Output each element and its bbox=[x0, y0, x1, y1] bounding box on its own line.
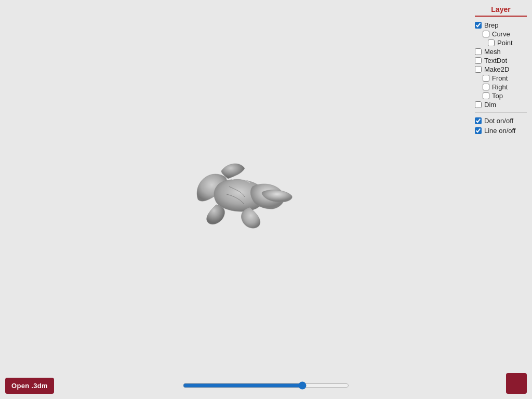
layer-panel: Layer Brep Curve Point Mesh TextDot Make… bbox=[475, 5, 527, 136]
label-top[interactable]: Top bbox=[492, 92, 503, 100]
label-curve[interactable]: Curve bbox=[492, 30, 510, 38]
label-brep[interactable]: Brep bbox=[484, 21, 498, 29]
checkbox-curve[interactable] bbox=[483, 31, 489, 37]
layer-item-front[interactable]: Front bbox=[475, 74, 527, 83]
layer-panel-title: Layer bbox=[475, 5, 527, 17]
checkbox-dim[interactable] bbox=[475, 101, 482, 108]
toggle-dot-on-off[interactable]: Dot on/off bbox=[475, 116, 527, 126]
layer-item-textdot[interactable]: TextDot bbox=[475, 56, 527, 65]
red-square-button[interactable] bbox=[506, 373, 527, 394]
layer-item-dim[interactable]: Dim bbox=[475, 100, 527, 109]
label-mesh[interactable]: Mesh bbox=[484, 48, 501, 56]
layer-item-point[interactable]: Point bbox=[475, 38, 527, 47]
label-dot-on-off[interactable]: Dot on/off bbox=[484, 117, 513, 125]
checkbox-mesh[interactable] bbox=[475, 48, 482, 55]
checkbox-dot-on-off[interactable] bbox=[475, 117, 482, 124]
checkbox-right[interactable] bbox=[483, 84, 489, 90]
viewport: Layer Brep Curve Point Mesh TextDot Make… bbox=[0, 0, 532, 399]
checkbox-top[interactable] bbox=[483, 92, 489, 99]
layer-item-brep[interactable]: Brep bbox=[475, 21, 527, 30]
label-textdot[interactable]: TextDot bbox=[484, 57, 507, 64]
label-point[interactable]: Point bbox=[497, 39, 513, 47]
label-make2d[interactable]: Make2D bbox=[484, 65, 509, 73]
label-dim[interactable]: Dim bbox=[484, 101, 496, 109]
toggle-line-on-off[interactable]: Line on/off bbox=[475, 126, 527, 136]
checkbox-make2d[interactable] bbox=[475, 66, 482, 73]
layer-item-right[interactable]: Right bbox=[475, 83, 527, 91]
model-svg bbox=[182, 158, 297, 241]
3d-model bbox=[182, 158, 297, 241]
layer-item-top[interactable]: Top bbox=[475, 91, 527, 100]
checkbox-textdot[interactable] bbox=[475, 57, 482, 64]
checkbox-brep[interactable] bbox=[475, 22, 482, 29]
checkbox-front[interactable] bbox=[483, 75, 489, 82]
checkbox-point[interactable] bbox=[488, 39, 495, 46]
divider bbox=[475, 112, 527, 113]
bottom-bar bbox=[0, 381, 532, 390]
layer-item-curve[interactable]: Curve bbox=[475, 30, 527, 38]
layer-item-make2d[interactable]: Make2D bbox=[475, 65, 527, 74]
open-button[interactable]: Open .3dm bbox=[5, 378, 54, 394]
label-line-on-off[interactable]: Line on/off bbox=[484, 127, 515, 135]
label-right[interactable]: Right bbox=[492, 83, 508, 91]
layer-item-mesh[interactable]: Mesh bbox=[475, 47, 527, 56]
checkbox-line-on-off[interactable] bbox=[475, 127, 482, 134]
main-slider[interactable] bbox=[183, 381, 349, 390]
label-front[interactable]: Front bbox=[492, 74, 508, 82]
